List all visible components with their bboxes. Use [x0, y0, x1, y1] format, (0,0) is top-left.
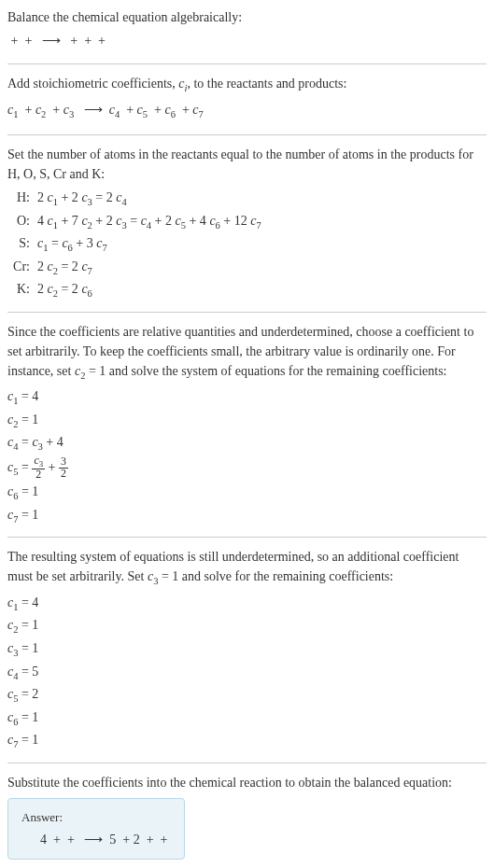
section-solve2: The resulting system of equations is sti…	[7, 547, 487, 763]
stoich-post: , to the reactants and products:	[187, 77, 346, 91]
atom-eq-cr: 2 c2 = 2 c7	[37, 257, 487, 279]
answer-label: Answer:	[21, 808, 171, 827]
section-balance-intro: Balance the chemical equation algebraica…	[7, 7, 487, 64]
atoms-table: H: 2 c1 + 2 c3 = 2 c4 O: 4 c1 + 7 c2 + 2…	[11, 188, 487, 301]
coeff-c4: c4 = c3 + 4	[7, 432, 487, 455]
coeff-c6: c6 = 1	[7, 482, 487, 504]
atom-label-h: H:	[11, 188, 37, 210]
section-solve1: Since the coefficients are relative quan…	[7, 322, 487, 538]
solve2-list: c1 = 4 c2 = 1 c3 = 1 c4 = 5 c5 = 2 c6 = …	[7, 593, 487, 752]
solve1-list: c1 = 4 c2 = 1 c4 = c3 + 4 c5 = c32 + 32 …	[7, 386, 487, 526]
stoich-intro: Add stoichiometric coefficients, ci, to …	[7, 74, 487, 96]
coeff2-c4: c4 = 5	[7, 662, 487, 684]
atom-row-o: O: 4 c1 + 7 c2 + 2 c3 = c4 + 2 c5 + 4 c6…	[11, 211, 487, 233]
atom-label-s: S:	[11, 233, 37, 256]
atoms-intro: Set the number of atoms in the reactants…	[7, 145, 487, 184]
stoich-equation: c1 + c2 + c3 ⟶ c4 + c5 + c6 + c7	[7, 100, 487, 122]
atom-eq-o: 4 c1 + 7 c2 + 2 c3 = c4 + 2 c5 + 4 c6 + …	[37, 211, 487, 233]
coeff-c5: c5 = c32 + 32	[7, 455, 487, 481]
c1-sub: 1	[13, 108, 18, 119]
balance-equation: + + ⟶ + + +	[7, 31, 487, 50]
atom-label-cr: Cr:	[11, 257, 37, 279]
coeff2-c6: c6 = 1	[7, 707, 487, 730]
atom-eq-h: 2 c1 + 2 c3 = 2 c4	[37, 188, 487, 210]
stoich-pre: Add stoichiometric coefficients,	[7, 77, 178, 91]
solve2-intro: The resulting system of equations is sti…	[7, 547, 487, 589]
c3-sub: 3	[69, 108, 74, 119]
balance-title: Balance the chemical equation algebraica…	[7, 7, 487, 27]
coeff2-c5: c5 = 2	[7, 684, 487, 707]
atom-row-h: H: 2 c1 + 2 c3 = 2 c4	[11, 188, 487, 210]
solve1-intro: Since the coefficients are relative quan…	[7, 322, 487, 384]
section-stoichiometric: Add stoichiometric coefficients, ci, to …	[7, 74, 487, 135]
coeff2-c1: c1 = 4	[7, 593, 487, 615]
atom-row-cr: Cr: 2 c2 = 2 c7	[11, 257, 487, 279]
atom-label-o: O:	[11, 211, 37, 233]
section-answer: Substitute the coefficients into the che…	[7, 773, 487, 868]
c7-sub: 7	[199, 108, 204, 119]
answer-intro: Substitute the coefficients into the che…	[7, 773, 487, 792]
c4-sub: 4	[115, 108, 120, 119]
atom-row-k: K: 2 c2 = 2 c6	[11, 279, 487, 301]
c5-sub: 5	[143, 108, 148, 119]
answer-box: Answer: 4 + + ⟶ 5 + 2 + +	[7, 798, 185, 861]
coeff2-c2: c2 = 1	[7, 615, 487, 637]
atom-label-k: K:	[11, 279, 37, 301]
answer-equation: 4 + + ⟶ 5 + 2 + +	[21, 830, 171, 849]
coeff-c1: c1 = 4	[7, 386, 487, 409]
atom-row-s: S: c1 = c6 + 3 c7	[11, 233, 487, 256]
c6-sub: 6	[171, 108, 176, 119]
coeff2-c3: c3 = 1	[7, 638, 487, 661]
atom-eq-k: 2 c2 = 2 c6	[37, 279, 487, 301]
c2-sub: 2	[41, 108, 46, 119]
atom-eq-s: c1 = c6 + 3 c7	[37, 233, 487, 256]
coeff-c2: c2 = 1	[7, 410, 487, 432]
coeff-c7: c7 = 1	[7, 505, 487, 527]
coeff2-c7: c7 = 1	[7, 730, 487, 752]
section-atoms: Set the number of atoms in the reactants…	[7, 145, 487, 313]
